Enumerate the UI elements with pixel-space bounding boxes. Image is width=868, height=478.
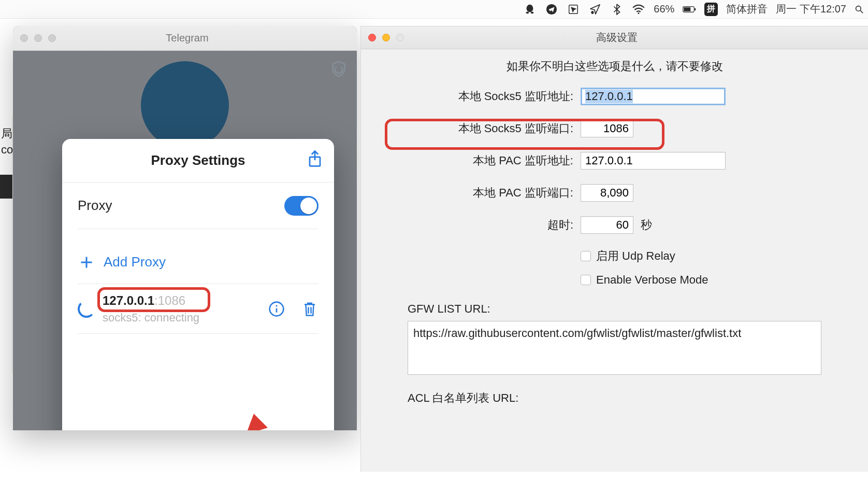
label-udp-relay: 启用 Udp Relay	[596, 248, 675, 264]
label-pac-address: 本地 PAC 监听地址:	[408, 153, 573, 168]
telegram-icon[interactable]	[545, 3, 558, 16]
proxy-label: Proxy	[78, 198, 112, 214]
svg-point-7	[638, 12, 640, 14]
input-gfw-url[interactable]: https://raw.githubusercontent.com/gfwlis…	[408, 321, 821, 375]
input-pac-port[interactable]	[581, 184, 633, 202]
svg-point-0	[527, 4, 533, 12]
cursor-box-icon[interactable]	[567, 3, 580, 16]
proxy-settings-modal: Proxy Settings Proxy Add Proxy	[62, 139, 334, 430]
svg-rect-9	[695, 8, 696, 10]
account-avatar	[141, 61, 229, 149]
proxy-entry-status: socks5: connecting	[103, 311, 261, 325]
label-timeout: 超时:	[408, 217, 573, 233]
input-method-label[interactable]: 简体拼音	[726, 2, 768, 16]
advanced-titlebar[interactable]: 高级设置	[361, 26, 868, 49]
advanced-window-title: 高级设置	[404, 31, 830, 45]
shield-icon[interactable]	[330, 60, 348, 78]
row-socks5-address: 本地 Socks5 监听地址: 127.0.0.1	[408, 88, 821, 105]
telegram-window-title: Telegram	[56, 32, 319, 44]
fragment-dark-bar	[0, 175, 12, 199]
row-verbose-mode[interactable]: Enable Verbose Mode	[581, 273, 821, 287]
svg-rect-10	[684, 7, 691, 11]
proxy-toggle[interactable]	[284, 196, 319, 216]
input-socks5-address[interactable]: 127.0.0.1	[581, 88, 726, 105]
close-dot[interactable]	[368, 34, 376, 41]
background-fragment: 局co	[0, 117, 12, 373]
svg-point-11	[856, 6, 861, 11]
checkbox-verbose-mode[interactable]	[581, 275, 591, 285]
info-icon[interactable]	[268, 300, 285, 318]
telegram-window: Telegram Proxy Settings Proxy	[13, 26, 357, 430]
row-timeout: 超时: 秒	[408, 216, 821, 234]
window-traffic-lights[interactable]	[20, 34, 56, 42]
svg-point-14	[276, 305, 277, 306]
svg-point-2	[531, 11, 534, 13]
menubar-clock[interactable]: 周一 下午12:07	[776, 2, 846, 16]
battery-icon[interactable]	[683, 3, 696, 16]
proxy-entry[interactable]: 127.0.0.1:1086 socks5: connecting	[78, 284, 319, 334]
add-proxy-label: Add Proxy	[104, 254, 166, 270]
plus-icon	[78, 254, 95, 271]
advanced-settings-window: 高级设置 如果你不明白这些选项是什么，请不要修改 本地 Socks5 监听地址:…	[360, 26, 868, 472]
label-pac-port: 本地 PAC 监听端口:	[408, 185, 573, 201]
input-method-icon[interactable]: 拼	[704, 3, 718, 16]
macos-menubar: G 66% 拼 简体拼音 周一 下午12:07	[0, 0, 868, 19]
annotation-ip-highlight	[97, 287, 210, 312]
label-gfw-url: GFW LIST URL:	[408, 302, 821, 316]
battery-percent[interactable]: 66%	[654, 3, 674, 15]
spotlight-icon[interactable]	[855, 3, 864, 16]
fragment-text: 局	[1, 127, 12, 140]
input-pac-address[interactable]	[581, 152, 726, 170]
connecting-spinner-icon	[78, 300, 95, 318]
telegram-titlebar[interactable]: Telegram	[13, 26, 357, 51]
row-pac-port: 本地 PAC 监听端口:	[408, 184, 821, 202]
timeout-suffix: 秒	[641, 217, 652, 233]
label-acl-url: ACL 白名单列表 URL:	[408, 390, 821, 406]
fragment-text: co	[1, 143, 13, 156]
qq-icon[interactable]	[523, 3, 537, 16]
minimize-dot[interactable]	[382, 34, 390, 41]
row-udp-relay[interactable]: 启用 Udp Relay	[581, 248, 821, 264]
annotation-port-highlight	[385, 119, 664, 150]
add-proxy-button[interactable]: Add Proxy	[78, 241, 319, 284]
checkbox-udp-relay[interactable]	[581, 251, 591, 261]
svg-point-1	[526, 11, 529, 13]
bluetooth-icon[interactable]	[610, 3, 624, 16]
proxy-toggle-row: Proxy	[78, 182, 319, 229]
annotation-arrow	[241, 411, 303, 430]
trash-icon[interactable]	[301, 300, 319, 318]
proxy-modal-header: Proxy Settings	[62, 139, 334, 182]
wifi-icon[interactable]	[632, 3, 645, 16]
label-verbose-mode: Enable Verbose Mode	[596, 273, 708, 287]
minimize-dot[interactable]	[34, 34, 42, 42]
share-icon[interactable]	[307, 149, 323, 172]
zoom-dot[interactable]	[396, 34, 404, 41]
window-traffic-lights[interactable]	[368, 34, 404, 41]
advanced-warning-text: 如果你不明白这些选项是什么，请不要修改	[408, 59, 821, 74]
input-timeout[interactable]	[581, 216, 633, 234]
zoom-dot[interactable]	[48, 34, 56, 42]
close-dot[interactable]	[20, 34, 28, 42]
svg-text:G: G	[591, 11, 594, 14]
location-send-icon[interactable]: G	[588, 3, 602, 16]
row-pac-address: 本地 PAC 监听地址:	[408, 152, 821, 170]
label-socks5-address: 本地 Socks5 监听地址:	[408, 89, 573, 104]
proxy-modal-title: Proxy Settings	[151, 152, 245, 168]
